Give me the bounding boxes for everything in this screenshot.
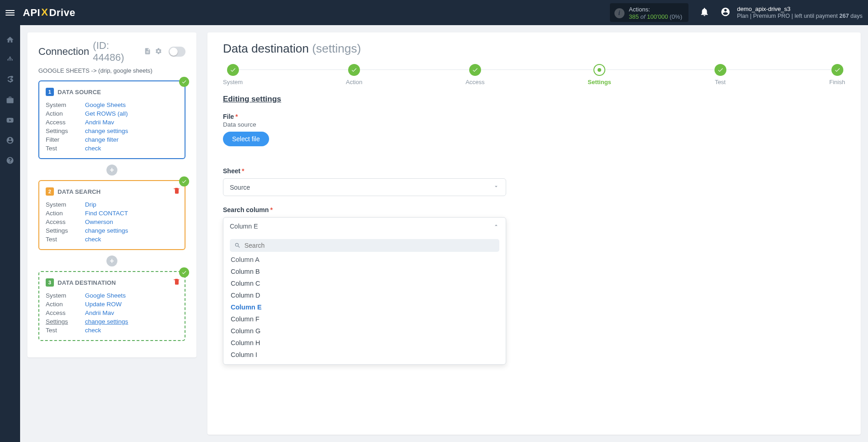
- search-icon: [234, 242, 241, 249]
- current-settings-link[interactable]: change settings: [85, 318, 128, 325]
- chevron-down-icon: [493, 183, 499, 191]
- option-column-i[interactable]: Column I: [230, 349, 499, 361]
- file-hint: Data source: [223, 121, 506, 128]
- option-column-e[interactable]: Column E: [230, 301, 499, 313]
- user-avatar-icon[interactable]: [720, 7, 730, 18]
- info-icon: i: [614, 8, 625, 18]
- top-header: API X Drive i Actions: 385 of 100'000 (0…: [0, 0, 868, 25]
- check-icon: [179, 77, 189, 87]
- chevron-up-icon: [493, 222, 499, 230]
- step-test[interactable]: Test: [715, 64, 726, 85]
- briefcase-icon[interactable]: [4, 94, 16, 107]
- connection-title: Connection (ID: 44486): [38, 40, 185, 64]
- actions-counter[interactable]: i Actions: 385 of 100'000 (0%): [610, 3, 689, 22]
- left-rail: [0, 25, 20, 442]
- username: demo_apix-drive_s3: [737, 5, 863, 13]
- dropdown-search: [230, 239, 499, 252]
- settings-panel: Data destination (settings) System Actio…: [207, 32, 861, 435]
- option-column-f[interactable]: Column F: [230, 313, 499, 325]
- user-info[interactable]: demo_apix-drive_s3 Plan | Premium PRO | …: [737, 5, 863, 20]
- connections-icon[interactable]: [4, 53, 16, 66]
- card-data-search: 2 DATA SEARCH SystemDrip ActionFind CONT…: [38, 180, 185, 250]
- check-icon: [179, 267, 189, 277]
- search-column-select: Column E Column A Column B Column C Colu…: [223, 217, 506, 365]
- option-column-a[interactable]: Column A: [230, 254, 499, 266]
- actions-label: Actions:: [629, 6, 683, 13]
- search-column-head[interactable]: Column E: [223, 218, 506, 234]
- connection-panel: Connection (ID: 44486) GOOGLE SHEETS -> …: [27, 32, 196, 357]
- actions-used: 385: [629, 13, 639, 20]
- select-file-button[interactable]: Select file: [223, 132, 269, 146]
- stepper: System Action Access Settings Test Finis…: [223, 64, 845, 85]
- step-access[interactable]: Access: [466, 64, 485, 85]
- logo-api: API: [23, 7, 40, 19]
- option-column-g[interactable]: Column G: [230, 325, 499, 337]
- add-step-button[interactable]: +: [106, 165, 117, 176]
- step-system[interactable]: System: [223, 64, 243, 85]
- check-icon: [179, 176, 189, 186]
- logo-x-icon: X: [41, 6, 48, 18]
- logo[interactable]: API X Drive: [23, 7, 75, 19]
- delete-button[interactable]: [173, 187, 180, 196]
- option-column-c[interactable]: Column C: [230, 277, 499, 289]
- sheet-select[interactable]: Source: [223, 178, 506, 196]
- page-title: Data destination (settings): [223, 42, 845, 56]
- option-column-d[interactable]: Column D: [230, 289, 499, 301]
- search-input[interactable]: [244, 242, 495, 249]
- youtube-icon[interactable]: [4, 114, 16, 127]
- notifications-icon[interactable]: [699, 7, 709, 18]
- account-icon[interactable]: [4, 134, 16, 147]
- step-settings[interactable]: Settings: [588, 64, 611, 85]
- delete-button[interactable]: [173, 278, 180, 287]
- step-finish[interactable]: Finish: [829, 64, 845, 85]
- card-data-source: 1 DATA SOURCE SystemGoogle Sheets Action…: [38, 80, 185, 159]
- connection-subtitle: GOOGLE SHEETS -> (drip, google sheets): [38, 67, 185, 74]
- option-column-h[interactable]: Column H: [230, 337, 499, 349]
- menu-toggle[interactable]: [5, 10, 15, 16]
- connection-id: (ID: 44486): [93, 40, 140, 64]
- step-action[interactable]: Action: [346, 64, 362, 85]
- section-heading: Editing settings: [223, 95, 845, 104]
- billing-icon[interactable]: [4, 74, 16, 86]
- actions-total: 100'000: [647, 13, 668, 20]
- logo-drive: Drive: [49, 7, 75, 19]
- connection-toggle[interactable]: [169, 47, 186, 57]
- option-column-b[interactable]: Column B: [230, 266, 499, 277]
- help-icon[interactable]: [4, 154, 16, 167]
- add-step-button[interactable]: +: [106, 256, 117, 266]
- gear-icon[interactable]: [155, 46, 162, 58]
- document-icon[interactable]: [144, 46, 151, 58]
- actions-pct: (0%): [670, 13, 682, 20]
- home-icon[interactable]: [4, 33, 16, 46]
- card-data-destination: 3 DATA DESTINATION SystemGoogle Sheets A…: [38, 271, 185, 341]
